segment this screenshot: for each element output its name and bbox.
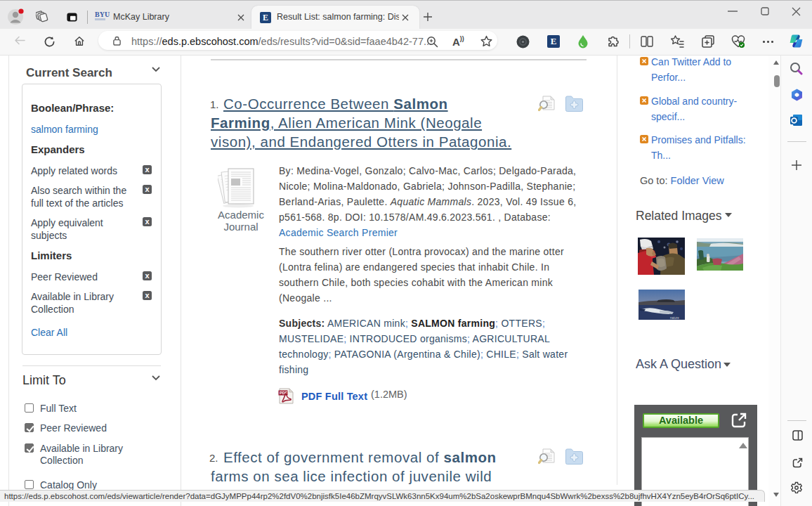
svg-text:nature: nature <box>670 316 679 320</box>
